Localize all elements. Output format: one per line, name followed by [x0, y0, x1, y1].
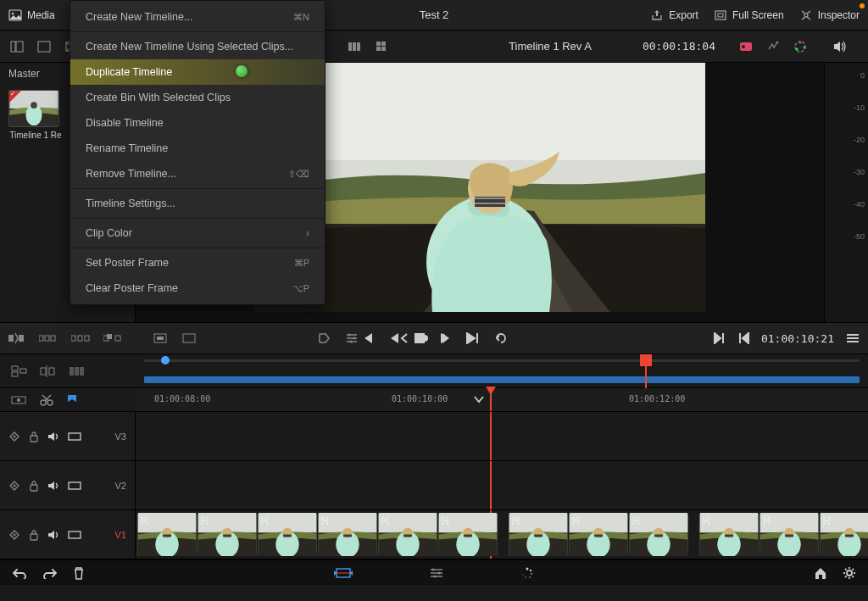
clip-frame[interactable]: [•]	[699, 513, 759, 556]
prev-edit-button[interactable]	[737, 332, 749, 344]
source-overwrite-button[interactable]	[153, 331, 168, 345]
stop-button[interactable]	[415, 333, 425, 343]
page-edit-button[interactable]	[429, 566, 444, 580]
tl-tool-2[interactable]	[39, 364, 58, 379]
track-lane[interactable]	[136, 461, 868, 509]
view-mode-1[interactable]	[346, 36, 366, 57]
snapping-button[interactable]	[10, 393, 27, 407]
clip-in-out-icon: [•]	[763, 516, 770, 525]
timeline-thumbnail[interactable]: ✓ Timeline 1 Re	[8, 90, 63, 140]
mark-in-button[interactable]	[317, 331, 332, 345]
track-lane[interactable]	[136, 412, 868, 460]
inspector-button[interactable]: Inspector	[799, 8, 860, 22]
track-view-button[interactable]	[68, 481, 81, 491]
loop-button[interactable]	[494, 332, 508, 344]
clip-frame[interactable]: [•]	[198, 513, 257, 556]
svg-rect-36	[45, 336, 49, 341]
svg-rect-104	[534, 535, 542, 537]
clip-frame[interactable]: [•]	[569, 513, 628, 556]
color-wheel-button[interactable]	[790, 36, 810, 57]
clip-frame[interactable]: [•]	[378, 513, 437, 556]
svg-point-22	[796, 47, 798, 50]
menu-create-timeline-selected[interactable]: Create New Timeline Using Selected Clips…	[70, 34, 325, 59]
timeline-ruler[interactable]: 01:00:08:0001:00:10:0001:00:12:00	[136, 388, 868, 411]
menu-disable-timeline[interactable]: Disable Timeline	[70, 110, 325, 136]
clip-in-out-icon: [•]	[201, 516, 208, 525]
go-end-button[interactable]	[465, 332, 479, 344]
clip-frame[interactable]: [•]	[760, 513, 819, 556]
menu-clear-poster[interactable]: Clear Poster Frame ⌥P	[70, 275, 325, 301]
settings-button[interactable]	[843, 566, 856, 580]
overwrite-button[interactable]	[103, 331, 122, 345]
menu-rename-timeline[interactable]: Rename Timeline	[70, 136, 325, 161]
track-view-button[interactable]	[68, 431, 81, 442]
menu-set-poster[interactable]: Set Poster Frame ⌘P	[70, 250, 325, 275]
track-mute-button[interactable]	[47, 431, 59, 442]
chevron-down-icon[interactable]	[473, 395, 485, 403]
track-lock-button[interactable]	[29, 480, 39, 492]
insert-clip-button[interactable]	[8, 331, 25, 345]
menu-create-bin[interactable]: Create Bin With Selected Clips	[70, 85, 325, 110]
view-mode-2[interactable]	[373, 36, 393, 57]
track-lock-button[interactable]	[29, 529, 39, 541]
append-button[interactable]	[39, 331, 58, 345]
clip-frame[interactable]: [•]	[509, 513, 568, 556]
viewer-timecode[interactable]: 00:00:18:04	[643, 40, 715, 53]
razor-button[interactable]	[39, 393, 54, 407]
layout-button-2[interactable]	[34, 36, 54, 57]
marker-tool-button[interactable]	[66, 393, 78, 407]
go-start-button[interactable]	[360, 332, 374, 344]
menu-remove-timeline[interactable]: Remove Timeline... ⇧⌫	[70, 161, 325, 186]
play-button[interactable]	[440, 332, 450, 344]
clip-frame[interactable]: [•]	[820, 513, 868, 556]
sliders-button[interactable]	[344, 331, 359, 345]
clip-frame[interactable]: [•]	[258, 513, 317, 556]
track-auto-button[interactable]	[8, 529, 20, 541]
export-button[interactable]: Export	[650, 8, 698, 22]
tl-tool-1[interactable]	[10, 364, 29, 379]
undo-button[interactable]	[12, 567, 27, 579]
step-back-button[interactable]	[389, 332, 399, 344]
svg-rect-69	[69, 531, 81, 538]
redo-button[interactable]	[42, 567, 58, 579]
menu-create-timeline[interactable]: Create New Timeline... ⌘N	[70, 4, 325, 30]
page-cut-button[interactable]	[334, 566, 353, 580]
svg-rect-64	[31, 436, 37, 442]
clip-in-out-icon: [•]	[703, 516, 709, 525]
track-mute-button[interactable]	[47, 530, 59, 540]
timeline-menu-button[interactable]	[846, 333, 860, 343]
ripple-button[interactable]	[71, 331, 90, 345]
track-view-button[interactable]	[68, 530, 81, 540]
media-pool-button[interactable]: Media	[8, 8, 55, 22]
clip-frame[interactable]: [•]	[438, 513, 498, 556]
menu-clip-color[interactable]: Clip Color ›	[70, 220, 325, 246]
fullscreen-button[interactable]: Full Screen	[714, 8, 784, 22]
menu-timeline-settings[interactable]: Timeline Settings...	[70, 191, 325, 216]
svg-point-139	[522, 574, 524, 576]
track-auto-button[interactable]	[8, 431, 20, 442]
timeline-range-ruler[interactable]	[136, 354, 868, 388]
track-lane[interactable]: [•][•][•][•][•][•][•][•][•][•][•][•]	[136, 510, 868, 559]
next-edit-button[interactable]	[714, 332, 726, 344]
tl-tool-3[interactable]	[68, 364, 86, 379]
svg-rect-11	[357, 42, 360, 51]
menu-duplicate-timeline[interactable]: Duplicate Timeline	[70, 59, 325, 85]
track-lock-button[interactable]	[29, 431, 39, 442]
clip-frame[interactable]: [•]	[137, 513, 197, 556]
track-auto-button[interactable]	[8, 480, 20, 492]
bypass-button[interactable]	[736, 36, 756, 57]
timeline-timecode[interactable]: 01:00:10:21	[761, 332, 834, 345]
page-loading-button[interactable]	[520, 566, 534, 580]
home-button[interactable]	[814, 566, 827, 580]
timeline-name[interactable]: Timeline 1 Rev A	[509, 40, 592, 53]
layout-button-1[interactable]	[7, 36, 27, 57]
svg-rect-74	[163, 535, 171, 537]
clip-frame[interactable]: [•]	[318, 513, 377, 556]
svg-rect-59	[80, 367, 84, 376]
mute-button[interactable]	[830, 36, 850, 57]
clip-frame[interactable]: [•]	[629, 513, 688, 556]
delete-button[interactable]	[73, 566, 85, 580]
effects-button[interactable]	[763, 36, 783, 57]
fit-to-fill-button[interactable]	[181, 331, 197, 345]
track-mute-button[interactable]	[47, 481, 59, 491]
